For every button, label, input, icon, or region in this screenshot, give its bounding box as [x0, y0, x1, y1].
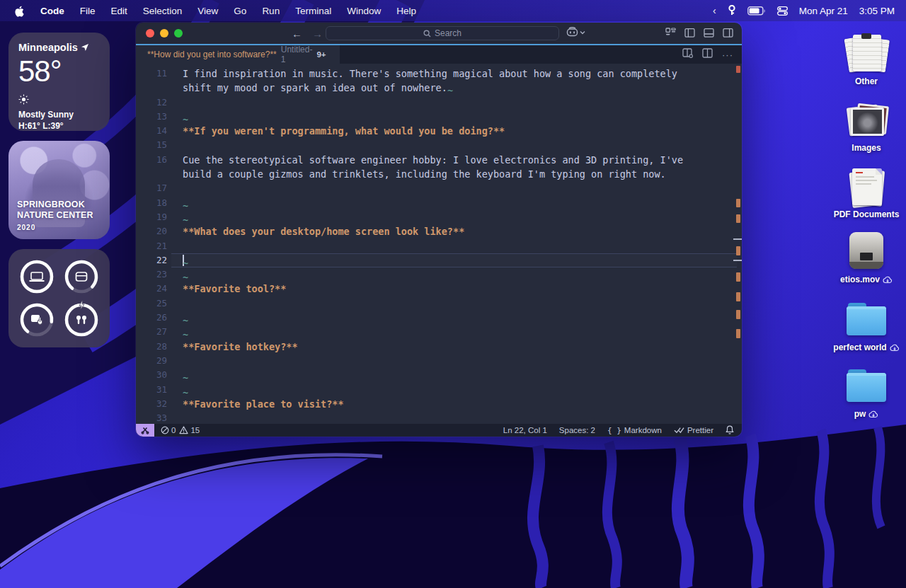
desktop-icon-images[interactable]: Images [831, 99, 902, 153]
chevron-left-icon[interactable]: ‹ [713, 5, 716, 16]
toggle-primary-sidebar-icon[interactable] [684, 28, 695, 41]
code-line[interactable]: build a couple gizmos and trinklets, inc… [136, 167, 742, 181]
chevron-down-icon [580, 30, 585, 35]
code-line[interactable]: 21 [136, 239, 742, 253]
key-icon[interactable] [728, 5, 736, 16]
close-button[interactable] [146, 29, 154, 38]
problems-warnings[interactable]: 15 [179, 426, 200, 434]
window-titlebar[interactable]: ← → Search [136, 23, 742, 44]
notifications-bell-icon[interactable] [726, 425, 734, 436]
remote-indicator[interactable] [136, 424, 154, 437]
warning-mark [736, 272, 740, 282]
zoom-button[interactable] [174, 29, 183, 38]
menu-item-help[interactable]: Help [396, 6, 416, 16]
stack-docs-icon [831, 33, 902, 74]
split-editor-icon[interactable] [702, 48, 713, 61]
weather-widget[interactable]: Minneapolis 58° Mostly Sunny H:61° L:39° [8, 33, 110, 131]
battery-icon[interactable] [747, 6, 766, 16]
tab-untitled-1[interactable]: **How did you get into software?** Untit… [136, 45, 340, 64]
code-text: **Favorite place to visit?** [183, 398, 344, 410]
code-line[interactable]: 31~ [136, 383, 742, 397]
code-line[interactable]: 24**Favorite tool?** [136, 282, 742, 296]
double-check-icon [674, 427, 684, 434]
code-line[interactable]: 11I find inspiration in music. There's s… [136, 67, 742, 81]
problems-errors[interactable]: 0 [161, 426, 176, 434]
line-number: 18 [136, 196, 167, 210]
menu-item-edit[interactable]: Edit [111, 6, 127, 16]
menu-item-view[interactable]: View [197, 6, 218, 16]
error-icon [161, 426, 169, 434]
cursor-position[interactable]: Ln 22, Col 1 [503, 426, 547, 434]
code-line[interactable]: 29 [136, 354, 742, 368]
batteries-widget[interactable] [8, 249, 110, 347]
code-text: **Favorite hotkey?** [183, 341, 298, 352]
code-line[interactable]: 20**What does your desktop/home screen l… [136, 224, 742, 238]
menu-item-selection[interactable]: Selection [143, 6, 183, 16]
line-content: ~ [183, 368, 188, 382]
forward-button[interactable]: → [312, 28, 323, 40]
current-line-highlight [171, 253, 737, 267]
desktop-icon-pdf-documents[interactable]: PDF Documents [831, 166, 902, 219]
code-line[interactable]: 14**If you weren't programming, what wou… [136, 124, 742, 138]
menu-item-file[interactable]: File [80, 6, 96, 16]
code-line[interactable]: 19~ [136, 210, 742, 224]
line-content: ~ [183, 383, 188, 397]
warning-mark [736, 199, 740, 207]
vscode-window: ← → Search **How did you get into sof [136, 23, 742, 437]
desktop-icon-pw[interactable]: pw [831, 365, 902, 419]
code-text: **What does your desktop/home screen loo… [183, 226, 464, 237]
warning-mark [736, 246, 740, 255]
code-line[interactable]: 28**Favorite hotkey?** [136, 340, 742, 354]
toggle-panel-icon[interactable] [704, 28, 714, 41]
line-number: 22 [136, 253, 167, 267]
photos-widget[interactable]: SPRINGBROOK NATURE CENTER 2020 [8, 141, 110, 239]
code-line[interactable]: 23~ [136, 267, 742, 282]
code-line[interactable]: 25 [136, 296, 742, 311]
cursor-overview-mark [733, 238, 742, 240]
control-center-icon[interactable] [777, 6, 788, 16]
menu-item-window[interactable]: Window [347, 6, 381, 16]
customize-layout-icon[interactable] [665, 28, 676, 41]
copilot-menu[interactable] [566, 27, 585, 38]
minimize-button[interactable] [160, 29, 168, 38]
weather-city: Minneapolis [18, 42, 78, 53]
menu-item-terminal[interactable]: Terminal [295, 6, 331, 16]
tab-title: **How did you get into software?** [147, 50, 277, 59]
code-line[interactable]: 17 [136, 181, 742, 195]
desktop-icon-other[interactable]: Other [831, 33, 902, 86]
language-mode[interactable]: { }Markdown [607, 426, 662, 435]
apple-menu[interactable] [14, 5, 25, 17]
toggle-secondary-sidebar-icon[interactable] [723, 28, 733, 41]
formatter-status[interactable]: Prettier [674, 426, 713, 434]
command-center-search[interactable]: Search [326, 26, 559, 40]
menu-item-go[interactable]: Go [234, 6, 246, 16]
code-line[interactable]: 26~ [136, 311, 742, 325]
code-line[interactable]: 13~ [136, 110, 742, 124]
code-editor[interactable]: 11I find inspiration in music. There's s… [136, 64, 742, 424]
menu-item-code[interactable]: Code [40, 6, 64, 16]
menu-time[interactable]: 3:05 PM [859, 6, 895, 16]
code-line[interactable]: 16Cue the stereotypical software enginee… [136, 153, 742, 167]
split-editor-changes-icon[interactable] [682, 48, 693, 61]
code-line[interactable]: 27~ [136, 325, 742, 339]
code-text: Cue the stereotypical software engineer … [183, 154, 683, 166]
code-line[interactable]: 30~ [136, 368, 742, 382]
code-line[interactable]: 22~ [136, 253, 742, 267]
menu-item-run[interactable]: Run [262, 6, 280, 16]
line-number: 30 [136, 368, 167, 382]
code-line[interactable]: shift my mood or spark an idea out of no… [136, 81, 742, 95]
line-number: 13 [136, 110, 167, 124]
desktop-icon-perfect-world[interactable]: perfect world [831, 299, 902, 352]
desktop-icon-etios-mov[interactable]: etios.mov [831, 231, 902, 284]
code-line[interactable]: 15 [136, 138, 742, 152]
more-actions-button[interactable]: ··· [722, 50, 733, 60]
indentation[interactable]: Spaces: 2 [559, 426, 595, 434]
menu-date[interactable]: Mon Apr 21 [799, 6, 848, 16]
code-line[interactable]: 18~ [136, 196, 742, 210]
code-line[interactable]: 32**Favorite place to visit?** [136, 397, 742, 411]
code-line[interactable]: 33 [136, 411, 742, 424]
desktop-icon-label: perfect world [831, 342, 902, 352]
folder-icon [831, 365, 902, 406]
code-line[interactable]: 12 [136, 96, 742, 110]
back-button[interactable]: ← [292, 28, 302, 40]
